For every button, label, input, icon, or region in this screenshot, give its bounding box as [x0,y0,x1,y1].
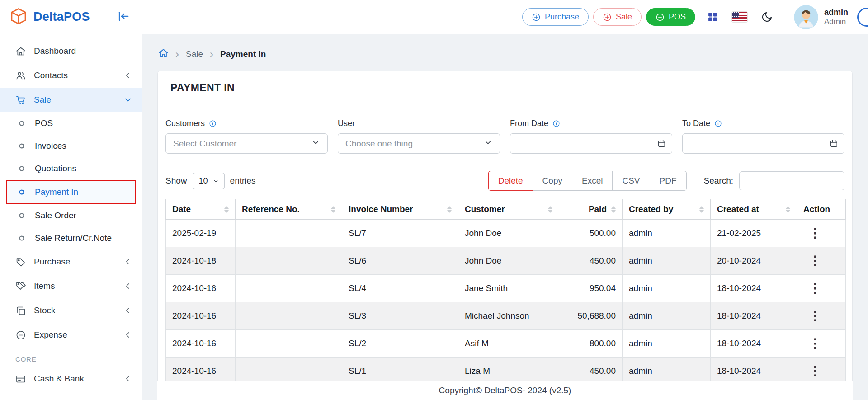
cell-created-by: admin [623,220,711,247]
row-actions-kebab-icon[interactable]: ⋮ [803,337,821,350]
sale-button[interactable]: Sale [593,8,642,26]
page-size-select[interactable]: 10 [193,173,225,189]
row-actions-kebab-icon[interactable]: ⋮ [803,282,821,295]
top-header: DeltaPOS Purchase Sale POS [0,0,868,34]
sidebar-subitem-sale-return[interactable]: Sale Return/Cr.Note [0,227,142,249]
cell-invoice: SL/2 [342,330,458,358]
sidebar-item-dashboard[interactable]: Dashboard [0,39,142,63]
delete-button[interactable]: Delete [488,171,533,191]
entries-label: entries [230,176,256,186]
cell-created-at: 18-10-2024 [711,302,797,330]
csv-button[interactable]: CSV [612,171,650,191]
info-icon[interactable] [209,120,217,127]
breadcrumb-sale[interactable]: Sale [186,49,203,59]
customer-select-value: Select Customer [173,139,236,149]
col-paid[interactable]: Paid [559,199,623,220]
sidebar-item-cash-bank[interactable]: Cash & Bank [0,367,142,391]
copy-button[interactable]: Copy [533,171,572,191]
sidebar-section-core: CORE [0,355,142,363]
sidebar-item-label: Stock [34,306,56,315]
col-created-by[interactable]: Created by [623,199,711,220]
col-invoice[interactable]: Invoice Number [342,199,458,220]
row-actions-kebab-icon[interactable]: ⋮ [803,310,821,322]
purchase-button[interactable]: Purchase [522,8,589,26]
pos-button[interactable]: POS [646,8,695,26]
sidebar-collapse-button[interactable] [117,9,130,25]
cell-action: ⋮ [797,330,846,358]
user-menu[interactable]: admin Admin [794,5,848,29]
breadcrumb: › Sale › Payment In [142,34,868,61]
sidebar-item-label: Quotations [35,164,76,174]
col-reference[interactable]: Reference No. [236,199,342,220]
from-date-input[interactable] [510,133,672,154]
table-row[interactable]: 2024-10-18 SL/6 John Doe 450.00 admin 20… [166,247,846,275]
chevron-left-icon [123,282,132,291]
col-action: Action [797,199,846,220]
customers-label: Customers [165,119,205,128]
search-group: Search: [704,171,844,190]
sort-icon [224,206,229,213]
cell-reference [236,330,342,358]
pos-button-label: POS [669,12,686,22]
brand[interactable]: DeltaPOS [9,7,90,28]
cell-paid: 450.00 [559,247,623,275]
show-label: Show [165,176,187,186]
sidebar-subitem-pos[interactable]: POS [0,112,142,135]
calendar-icon[interactable] [823,134,844,153]
sidebar-subitem-payment-in[interactable]: Payment In [6,180,136,204]
cell-action: ⋮ [797,275,846,302]
row-actions-kebab-icon[interactable]: ⋮ [803,254,821,267]
apps-grid-icon[interactable] [707,11,718,23]
chevron-left-icon [123,71,132,80]
sidebar-item-items[interactable]: Items [0,274,142,298]
sidebar: Dashboard Contacts Sale POS Invoices Quo… [0,34,142,400]
cell-created-at: 18-10-2024 [711,330,797,358]
customer-select[interactable]: Select Customer [165,133,328,154]
to-date-input[interactable] [682,133,844,154]
cell-invoice: SL/3 [342,302,458,330]
calendar-icon[interactable] [651,134,672,153]
sidebar-subitem-invoices[interactable]: Invoices [0,135,142,157]
cell-created-by: admin [623,302,711,330]
sidebar-item-sale[interactable]: Sale [0,88,142,112]
sidebar-item-label: POS [35,118,53,128]
sidebar-item-stock[interactable]: Stock [0,298,142,323]
sidebar-subitem-sale-order[interactable]: Sale Order [0,204,142,227]
table-row[interactable]: 2024-10-16 SL/2 Asif M 800.00 admin 18-1… [166,330,846,358]
us-flag-icon[interactable] [732,12,747,22]
cell-created-by: admin [623,247,711,275]
pdf-button[interactable]: PDF [650,171,687,191]
table-header-row: Date Reference No. Invoice Number Custom… [166,199,846,220]
col-date[interactable]: Date [166,199,236,220]
col-created-at[interactable]: Created at [711,199,797,220]
user-text: admin Admin [824,8,848,27]
info-icon[interactable] [552,120,560,127]
cart-icon [15,94,26,106]
info-icon[interactable] [714,120,722,127]
excel-button[interactable]: Excel [572,171,613,191]
minus-circle-icon [15,329,26,341]
cell-customer: John Doe [458,247,559,275]
dark-mode-moon-icon[interactable] [761,11,773,23]
breadcrumb-separator: › [210,49,213,60]
row-actions-kebab-icon[interactable]: ⋮ [803,365,821,377]
table-row[interactable]: 2025-02-19 SL/7 John Doe 500.00 admin 21… [166,220,846,247]
user-select[interactable]: Choose one thing [338,133,500,154]
cell-reference [236,302,342,330]
sidebar-item-expense[interactable]: Expense [0,323,142,347]
table-row[interactable]: 2024-10-16 SL/3 Michael Johnson 50,688.0… [166,302,846,330]
chevron-left-icon [123,330,132,339]
col-customer[interactable]: Customer [458,199,559,220]
plus-circle-icon [532,13,541,22]
sidebar-subitem-quotations[interactable]: Quotations [0,157,142,180]
search-input[interactable] [739,171,844,190]
filters-row: Customers Select Customer User Choose on… [158,105,852,157]
cell-date: 2024-10-16 [166,275,236,302]
sidebar-item-purchase[interactable]: Purchase [0,249,142,274]
to-date-label: To Date [682,119,710,128]
sidebar-item-contacts[interactable]: Contacts [0,63,142,88]
row-actions-kebab-icon[interactable]: ⋮ [803,227,821,240]
chevron-left-icon [123,374,132,383]
home-icon[interactable] [158,48,169,61]
table-row[interactable]: 2024-10-16 SL/4 Jane Smith 950.04 admin … [166,275,846,302]
